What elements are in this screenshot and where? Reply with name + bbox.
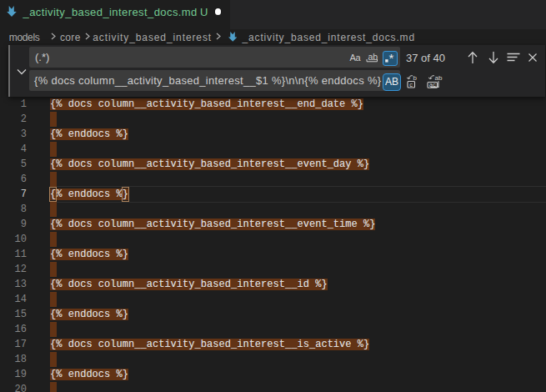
svg-text:c: c [409,81,413,88]
svg-text:ab: ab [435,74,443,82]
svg-text:ac: ac [429,81,436,88]
svg-text:b: b [413,74,418,82]
svg-text:*: * [388,52,393,64]
svg-text:ab: ab [368,53,378,62]
